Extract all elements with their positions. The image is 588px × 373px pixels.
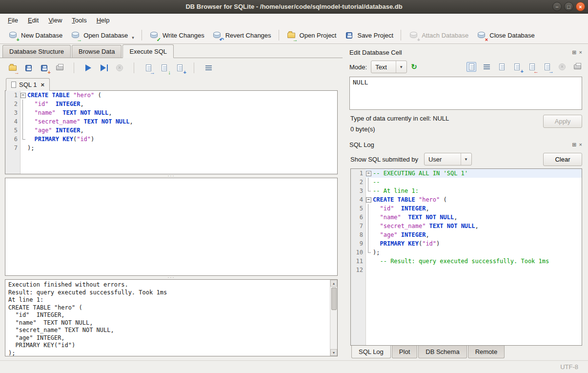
dropdown-arrow-icon[interactable]: ▾ — [132, 35, 134, 40]
sql-tab[interactable]: SQL 1 × — [6, 78, 50, 91]
open-project-button[interactable]: →Open Project — [283, 28, 341, 42]
log-filter-value: User — [428, 156, 442, 163]
mode-label: Mode: — [349, 63, 367, 71]
menu-tools[interactable]: Tools — [67, 15, 91, 26]
indent-icon[interactable] — [482, 62, 491, 72]
code-line: 1CREATE TABLE "hero" ( — [5, 91, 337, 100]
line-number: 4 — [5, 117, 20, 126]
fold-marker-icon[interactable] — [365, 169, 372, 178]
save-sql-as-icon[interactable]: + — [39, 63, 49, 73]
fold-guide — [365, 257, 372, 266]
close-panel-icon[interactable]: × — [579, 49, 582, 56]
float-panel-icon[interactable]: ⊞ — [572, 142, 576, 148]
code-text: ); — [26, 144, 337, 152]
code-text — [372, 266, 582, 274]
menu-help[interactable]: Help — [92, 15, 115, 26]
window-minimize-button[interactable]: − — [552, 2, 562, 11]
edit-cell-header: Edit Database Cell ⊞ × — [347, 47, 583, 58]
tab-remote[interactable]: Remote — [468, 346, 505, 358]
print-sql-icon[interactable] — [55, 63, 64, 73]
tab-browse-data[interactable]: Browse Data — [72, 45, 122, 58]
code-line: 11 -- Result: query executed successfull… — [351, 257, 582, 266]
execute-current-line-icon[interactable] — [99, 63, 109, 73]
sql-editor[interactable]: 1CREATE TABLE "hero" (2 "id" INTEGER,3 "… — [5, 90, 338, 174]
sql-tab-bar: SQL 1 × — [5, 76, 338, 90]
dock-tab-bar: SQL LogPlotDB SchemaRemote — [350, 346, 583, 360]
scroll-down-icon[interactable]: ▼ — [330, 349, 337, 356]
menu-edit[interactable]: Edit — [23, 15, 43, 26]
sql-log-view[interactable]: 1-- EXECUTING ALL IN 'SQL 1'2--3-- At li… — [350, 168, 582, 346]
toolbar-separator — [142, 30, 142, 41]
fold-guide — [365, 266, 372, 274]
open-database-button[interactable]: →Open Database▾ — [66, 28, 138, 42]
stop-execution-icon[interactable] — [115, 63, 124, 73]
revert-changes-icon: ↶ — [212, 30, 222, 40]
tab-db-schema[interactable]: DB Schema — [418, 346, 466, 358]
main-toolbar: +New Database→Open Database▾✓Write Chang… — [0, 27, 588, 44]
auto-switch-mode-icon[interactable]: ↻ — [411, 62, 417, 71]
window-maximize-button[interactable]: □ — [564, 2, 573, 11]
close-database-button[interactable]: ×Close Database — [472, 28, 539, 42]
tab-plot[interactable]: Plot — [392, 346, 417, 358]
save-results-view-icon[interactable]: ↓ — [159, 63, 169, 73]
attach-database-button[interactable]: +Attach Database — [405, 28, 472, 42]
open-project-icon: → — [286, 30, 296, 40]
scrollbar-thumb[interactable] — [331, 288, 337, 310]
titlebar[interactable]: DB Browser for SQLite - /home/user/code/… — [0, 0, 588, 14]
code-line: 12 — [351, 266, 582, 274]
export-data-icon[interactable]: → — [542, 62, 552, 72]
tab-database-structure[interactable]: Database Structure — [2, 45, 71, 58]
save-sql-file-icon[interactable] — [23, 63, 33, 73]
line-number: 1 — [5, 91, 20, 100]
write-changes-button[interactable]: ✓Write Changes — [145, 28, 208, 42]
code-text: CREATE TABLE "hero" ( — [372, 195, 582, 204]
clear-button[interactable]: Clear — [543, 153, 582, 166]
window-close-button[interactable]: × — [576, 2, 585, 11]
new-database-button[interactable]: +New Database — [4, 28, 66, 42]
export-results-icon[interactable]: → — [143, 63, 153, 73]
horizontal-splitter[interactable]: ··· — [5, 174, 338, 178]
fold-marker-icon[interactable] — [365, 195, 372, 204]
line-number: 7 — [351, 222, 365, 230]
vertical-scrollbar[interactable]: ▲ ▼ — [330, 280, 337, 356]
code-line: 5 "id" INTEGER, — [351, 204, 582, 213]
toggle-wrap-icon[interactable] — [203, 63, 213, 73]
menu-file[interactable]: File — [3, 15, 23, 26]
fold-marker-icon[interactable] — [20, 91, 26, 100]
sql-log-header: SQL Log ⊞ × — [347, 139, 583, 150]
execution-output-panel: Execution finished without errors. Resul… — [5, 279, 338, 356]
text-view-icon[interactable] — [466, 62, 476, 72]
window-title: DB Browser for SQLite - /home/user/code/… — [0, 3, 588, 10]
horizontal-splitter[interactable]: ··· — [5, 276, 338, 279]
open-query-tab-icon[interactable]: + — [175, 63, 184, 73]
float-panel-icon[interactable]: ⊞ — [572, 49, 576, 56]
close-tab-icon[interactable]: × — [41, 82, 44, 88]
cell-editor[interactable]: NULL — [349, 77, 582, 110]
print-cell-icon[interactable] — [572, 62, 582, 72]
execute-all-icon[interactable] — [83, 63, 93, 73]
apply-button[interactable]: Apply — [543, 115, 582, 128]
line-number: 12 — [351, 266, 365, 274]
mode-select[interactable]: Text ▼ — [371, 61, 407, 73]
tab-execute-sql[interactable]: Execute SQL — [122, 44, 174, 58]
line-number: 2 — [5, 100, 20, 108]
paste-icon[interactable]: + — [512, 62, 522, 72]
scroll-up-icon[interactable]: ▲ — [330, 280, 337, 287]
import-data-icon[interactable]: ← — [527, 62, 537, 72]
line-number: 5 — [351, 204, 365, 213]
set-null-icon[interactable] — [557, 62, 567, 72]
close-panel-icon[interactable]: × — [579, 142, 582, 148]
toolbar-separator — [194, 62, 194, 73]
open-sql-file-icon[interactable]: → — [8, 63, 18, 73]
main-tab-bar: Database StructureBrowse DataExecute SQL — [0, 44, 343, 58]
copy-icon[interactable] — [497, 62, 507, 72]
code-text: "secret_name" TEXT NOT NULL, — [26, 117, 337, 126]
save-project-button[interactable]: Save Project — [340, 28, 397, 42]
menu-view[interactable]: View — [43, 15, 67, 26]
log-filter-select[interactable]: User ▼ — [424, 153, 472, 166]
tab-sql-log[interactable]: SQL Log — [351, 345, 391, 358]
left-pane: Database StructureBrowse DataExecute SQL… — [0, 44, 343, 360]
fold-guide — [20, 108, 26, 117]
revert-changes-button[interactable]: ↶Revert Changes — [208, 28, 275, 42]
code-line: 2 "id" INTEGER, — [5, 100, 337, 108]
